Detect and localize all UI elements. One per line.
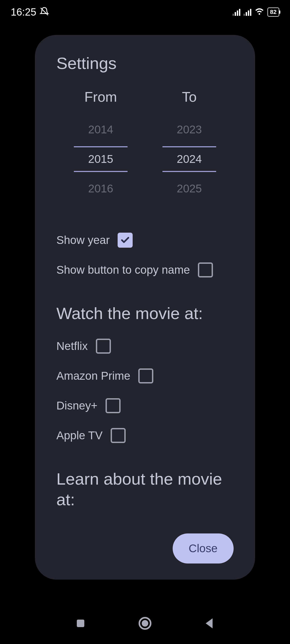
year-to-next[interactable]: 2025 — [162, 177, 216, 200]
year-to-prev[interactable]: 2023 — [162, 118, 216, 141]
navigation-bar — [0, 604, 290, 644]
check-icon — [120, 235, 130, 245]
svg-point-3 — [143, 621, 148, 626]
wifi-icon — [255, 7, 264, 17]
year-to-picker[interactable]: To 2023 2024 2025 — [162, 89, 216, 200]
amazon-prime-checkbox[interactable] — [138, 368, 153, 383]
status-time: 16:25 — [11, 6, 36, 18]
close-button[interactable]: Close — [173, 533, 234, 564]
apple-tv-checkbox[interactable] — [111, 428, 126, 443]
status-right: 82 — [233, 7, 279, 17]
apple-tv-label: Apple TV — [56, 429, 103, 442]
netflix-checkbox[interactable] — [96, 339, 111, 354]
apple-tv-row[interactable]: Apple TV — [56, 428, 234, 443]
dialog-title: Settings — [56, 54, 234, 73]
amazon-prime-row[interactable]: Amazon Prime — [56, 368, 234, 383]
year-to-label: To — [182, 89, 197, 105]
status-bar: 16:25 82 — [0, 0, 290, 24]
show-year-checkbox[interactable] — [118, 233, 133, 248]
home-icon[interactable] — [137, 616, 153, 632]
signal-icon-1 — [233, 8, 240, 16]
disney-plus-row[interactable]: Disney+ — [56, 398, 234, 413]
recent-apps-icon[interactable] — [73, 616, 88, 632]
show-copy-button-label: Show button to copy name — [56, 264, 190, 276]
show-year-label: Show year — [56, 234, 110, 247]
amazon-prime-label: Amazon Prime — [56, 369, 130, 382]
netflix-row[interactable]: Netflix — [56, 339, 234, 354]
battery-icon: 82 — [267, 8, 279, 17]
show-year-row[interactable]: Show year — [56, 233, 234, 248]
netflix-label: Netflix — [56, 340, 88, 353]
svg-rect-1 — [77, 620, 84, 627]
signal-icon-2 — [244, 8, 251, 16]
disney-plus-checkbox[interactable] — [106, 398, 121, 413]
battery-level: 82 — [270, 9, 277, 16]
mute-icon — [39, 7, 49, 17]
year-from-label: From — [84, 89, 117, 105]
year-to-selected[interactable]: 2024 — [162, 146, 216, 172]
show-copy-button-row[interactable]: Show button to copy name — [56, 262, 234, 277]
year-from-next[interactable]: 2016 — [74, 177, 128, 200]
back-icon[interactable] — [202, 616, 217, 632]
settings-dialog: Settings From 2014 2015 2016 To 2023 202… — [35, 35, 255, 580]
year-pickers: From 2014 2015 2016 To 2023 2024 2025 — [56, 89, 234, 200]
disney-plus-label: Disney+ — [56, 399, 97, 412]
status-left: 16:25 — [11, 6, 49, 18]
year-from-prev[interactable]: 2014 — [74, 118, 128, 141]
watch-section-heading: Watch the movie at: — [56, 303, 234, 324]
show-copy-button-checkbox[interactable] — [198, 262, 213, 277]
year-from-picker[interactable]: From 2014 2015 2016 — [74, 89, 128, 200]
learn-section-heading: Learn about the movie at: — [56, 469, 234, 510]
year-from-selected[interactable]: 2015 — [74, 146, 128, 172]
